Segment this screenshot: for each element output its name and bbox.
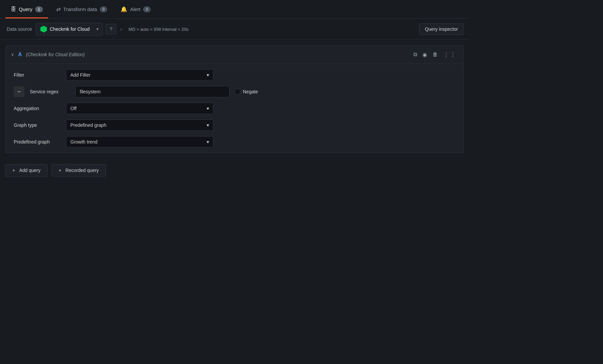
negate-label: Negate (243, 89, 258, 94)
recorded-query-button[interactable]: + Recorded query (52, 164, 106, 177)
tab-query-badge: 1 (35, 6, 43, 12)
collapse-button[interactable]: ∨ (11, 52, 14, 57)
query-icon: 🗄 (11, 6, 16, 12)
aggregation-chevron-icon: ▾ (207, 106, 209, 111)
tab-transform-label: Transform data (63, 6, 97, 12)
visibility-button[interactable]: ◉ (421, 50, 428, 59)
checkmk-icon (40, 26, 47, 32)
aggregation-label: Aggregation (14, 106, 61, 111)
toolbar: Data source Checkmk for Cloud ▾ ? › MD =… (0, 19, 469, 40)
negate-checkbox[interactable] (235, 89, 240, 94)
datasource-chevron-icon: ▾ (96, 27, 98, 31)
chevron-right-icon: › (119, 27, 123, 32)
query-info-text: MD = auto = 938 Interval = 20s (126, 27, 416, 32)
datasource-selector[interactable]: Checkmk for Cloud ▾ (36, 23, 103, 35)
tab-transform-badge: 0 (100, 6, 108, 12)
aggregation-row: Aggregation Off ▾ (14, 103, 455, 114)
graph-type-value: Predefined graph (70, 122, 106, 128)
info-icon: ? (110, 26, 113, 32)
datasource-name: Checkmk for Cloud (50, 26, 94, 32)
tab-alert[interactable]: 🔔 Alert 0 (115, 0, 156, 18)
predefined-graph-value: Growth trend (70, 139, 97, 145)
remove-filter-button[interactable]: − (14, 86, 24, 97)
query-panel: ∨ A (Checkmk for Cloud Edition) ⧉ ◉ 🗑 ⋮⋮… (5, 45, 464, 153)
graph-type-select[interactable]: Predefined graph ▾ (66, 119, 213, 131)
recorded-query-label: Recorded query (65, 168, 99, 173)
filter-value: Add Filter (70, 72, 90, 78)
negate-row: Negate (235, 89, 258, 94)
graph-type-chevron-icon: ▾ (207, 122, 209, 128)
query-inspector-button[interactable]: Query inspector (419, 23, 464, 35)
filter-chevron-icon: ▾ (207, 72, 209, 78)
service-regex-input[interactable] (75, 86, 229, 97)
tab-query[interactable]: 🗄 Query 1 (5, 0, 48, 18)
transform-icon: ⇄ (56, 6, 61, 12)
copy-icon: ⧉ (413, 52, 417, 58)
copy-button[interactable]: ⧉ (412, 50, 418, 59)
info-button[interactable]: ? (106, 24, 116, 34)
add-query-label: Add query (19, 168, 41, 173)
service-regex-row: − Service regex Negate (14, 86, 455, 97)
service-regex-label: Service regex (30, 89, 70, 94)
add-query-button[interactable]: + Add query (5, 164, 48, 177)
delete-button[interactable]: 🗑 (431, 50, 439, 59)
graph-type-label: Graph type (14, 122, 61, 128)
trash-icon: 🗑 (432, 52, 438, 58)
tab-alert-label: Alert (130, 6, 140, 12)
alert-icon: 🔔 (121, 6, 127, 12)
query-header: ∨ A (Checkmk for Cloud Edition) ⧉ ◉ 🗑 ⋮⋮ (6, 46, 463, 64)
aggregation-select[interactable]: Off ▾ (66, 103, 213, 114)
datasource-label: Data source (5, 26, 33, 32)
predefined-graph-label: Predefined graph (14, 139, 61, 145)
bottom-actions: + Add query + Recorded query (0, 159, 469, 182)
predefined-graph-chevron-icon: ▾ (207, 139, 209, 145)
graph-type-row: Graph type Predefined graph ▾ (14, 119, 455, 131)
aggregation-value: Off (70, 106, 76, 111)
eye-icon: ◉ (422, 52, 427, 58)
predefined-graph-select[interactable]: Growth trend ▾ (66, 136, 213, 148)
query-letter: A (18, 52, 22, 58)
more-icon: ⋮⋮ (443, 51, 457, 58)
tab-query-label: Query (19, 6, 32, 12)
filter-row: Filter Add Filter ▾ (14, 69, 455, 81)
query-subtitle: (Checkmk for Cloud Edition) (26, 52, 408, 57)
add-query-icon: + (12, 168, 15, 173)
tab-transform[interactable]: ⇄ Transform data 0 (51, 0, 113, 18)
recorded-query-icon: + (59, 168, 61, 173)
query-body: Filter Add Filter ▾ − Service regex Nega… (6, 64, 463, 153)
more-button[interactable]: ⋮⋮ (442, 50, 458, 60)
tab-alert-badge: 0 (143, 6, 151, 12)
tab-bar: 🗄 Query 1 ⇄ Transform data 0 🔔 Alert 0 (0, 0, 469, 19)
query-actions: ⧉ ◉ 🗑 ⋮⋮ (412, 50, 458, 60)
filter-select[interactable]: Add Filter ▾ (66, 69, 213, 81)
predefined-graph-row: Predefined graph Growth trend ▾ (14, 136, 455, 148)
filter-label: Filter (14, 72, 61, 78)
minus-icon: − (17, 88, 21, 95)
